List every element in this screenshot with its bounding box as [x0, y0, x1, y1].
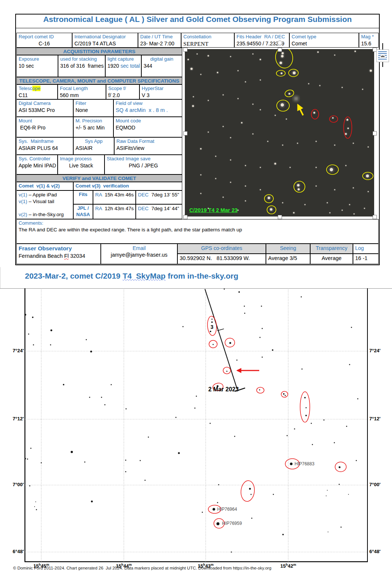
red-map-outline [223, 367, 231, 374]
field-value: Apple Mini IPAD [19, 162, 55, 169]
skymap-title-block: 2023-Mar-2, comet C/2019 T4 SkyMap from … [0, 267, 392, 288]
photo-star [281, 73, 283, 74]
photo-star [270, 208, 273, 211]
field-light-capture: light capture 1920 sec total [105, 55, 141, 77]
field-label: Telescope [19, 86, 55, 92]
map-star [304, 397, 306, 398]
field-value: 316 of 316 frames [60, 62, 103, 70]
selection-handle[interactable] [278, 48, 282, 52]
photo-star [245, 165, 246, 166]
photo-star [354, 51, 356, 52]
field-label: Report comet ID [19, 34, 70, 40]
field-constellation: Constellation SERPENT [181, 33, 234, 48]
comments-label: Comments: [19, 220, 376, 227]
field-value: C11 [19, 92, 55, 99]
photo-star [347, 119, 348, 121]
field-field-of-view: Field of view SQ 4 arcMin x . 8 m . [113, 99, 182, 117]
selection-handle[interactable] [183, 48, 187, 52]
field-label: Sys. Controller [19, 156, 55, 162]
photo-star [334, 55, 335, 56]
field-value: ASIFitsView [116, 145, 180, 152]
map-star [262, 357, 263, 358]
field-label: M. Precision [75, 118, 111, 124]
map-star [183, 326, 184, 327]
email-cell: Email jamye@jamye-fraser.us [101, 244, 177, 264]
map-star [328, 532, 328, 532]
photo-star [260, 167, 261, 168]
field-value: f/ 2.0 [108, 92, 137, 99]
map-star [226, 371, 228, 372]
field-label: Mag * [361, 34, 376, 40]
map-star [101, 397, 102, 398]
map-star [262, 328, 263, 329]
map-star [178, 452, 180, 454]
photo-star [327, 202, 328, 203]
selection-handle[interactable] [183, 215, 187, 219]
photo-star [319, 85, 321, 86]
map-star [32, 317, 33, 318]
verify-jpl-dec: DEC 7deg 14’ 44” [136, 204, 182, 219]
section-header-specs: TELESCOPE, CAMERA, MOUNT and COMPUTER SP… [16, 77, 182, 84]
map-star [202, 512, 203, 513]
field-value: C/2019 T4 ATLAS [74, 40, 136, 47]
map-star [27, 459, 28, 460]
field-label: Stacked Image save [107, 156, 180, 162]
selection-handle[interactable] [373, 131, 377, 135]
photo-star [342, 87, 343, 88]
verify-col2-header: Comet v(3) verification [73, 182, 182, 190]
red-map-outline [257, 387, 264, 393]
field-digital-gain: digital gain 344 [141, 55, 182, 77]
photo-star [293, 71, 296, 74]
selection-handle[interactable] [373, 215, 377, 219]
map-star [125, 471, 126, 472]
photo-star [253, 54, 254, 55]
verify-line: v(1) – Visual tail [19, 198, 71, 205]
selection-handle[interactable] [183, 131, 187, 135]
photo-star [197, 54, 198, 55]
field-label: digital gain [144, 56, 180, 62]
field-filter: Filter None [73, 99, 113, 117]
photo-star [230, 182, 231, 183]
field-value: 10 sec [19, 62, 56, 70]
photo-star [334, 189, 335, 190]
map-star [306, 407, 307, 408]
photo-star [260, 59, 261, 60]
field-value: 344 [144, 62, 180, 70]
field-scope-f: Scope f/ f/ 2.0 [106, 84, 139, 99]
field-mag: Mag * 15.6 [359, 33, 379, 48]
photo-star [223, 126, 224, 127]
photo-star [208, 55, 209, 57]
photo-star [289, 93, 290, 95]
map-star [327, 490, 328, 491]
photo-star [208, 132, 209, 133]
map-star [290, 463, 293, 465]
field-m-precision: M. Precision +/- 5 arc Min [73, 117, 113, 137]
photo-star [316, 141, 317, 142]
selection-handle[interactable] [373, 48, 377, 52]
field-label: Mount [19, 118, 71, 124]
field-used-for-stacking: used for stacking 316 of 316 frames [58, 55, 105, 77]
selection-handle[interactable] [278, 215, 282, 219]
photo-star [330, 168, 333, 171]
map-star [237, 360, 238, 361]
comet-photo-image[interactable]: C/2019 T4 2 Mar 23 [185, 49, 374, 216]
map-star [285, 395, 286, 396]
map-star [111, 384, 112, 385]
field-digital-camera: Digital Camera ASI 533MC Pro [16, 99, 73, 117]
field-value: EQ6-R Pro [19, 124, 71, 131]
photo-star [200, 193, 202, 194]
photo-star [282, 145, 283, 146]
photo-star [330, 212, 331, 214]
field-label: Date / UT Time [140, 34, 179, 40]
title-divider [15, 28, 380, 28]
map-star [356, 460, 357, 461]
rotate-handle[interactable] [277, 41, 282, 45]
photo-star [200, 148, 202, 150]
photo-star [293, 212, 295, 214]
photo-star [297, 143, 298, 144]
layout-options-icon[interactable] [376, 49, 389, 62]
field-value: C-16 [19, 40, 70, 47]
photo-star [316, 167, 317, 168]
map-star [211, 321, 213, 323]
field-value: EQMOD [116, 124, 180, 131]
